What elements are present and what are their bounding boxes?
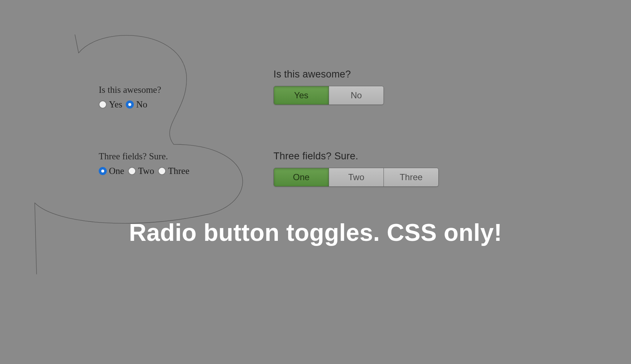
toggle-option-two[interactable]: Two [329,168,383,186]
toggle-option-label: One [293,172,309,182]
toggle-option-one[interactable]: One [274,168,329,186]
group-label: Three fields? Sure. [273,151,439,162]
radio-icon [126,101,134,109]
radio-option-one[interactable]: One [99,166,124,176]
radio-option-label: Yes [109,99,122,110]
radio-icon [99,101,107,109]
toggle-buttons: Yes No [273,86,384,105]
native-radio-group-awesome: Is this awesome? Yes No [99,85,161,110]
radio-option-yes[interactable]: Yes [99,99,122,110]
group-label: Is this awesome? [273,69,384,80]
radio-option-label: One [109,166,124,176]
group-label: Is this awesome? [99,85,161,95]
radio-option-no[interactable]: No [126,99,147,110]
toggle-option-label: No [351,90,362,101]
radio-row: Yes No [99,99,161,110]
toggle-option-three[interactable]: Three [383,168,438,186]
toggle-group-awesome: Is this awesome? Yes No [273,69,384,105]
toggle-buttons: One Two Three [273,168,439,187]
toggle-option-yes[interactable]: Yes [274,86,329,105]
radio-icon [158,167,166,175]
radio-option-label: Three [168,166,189,176]
toggle-option-label: Two [348,172,364,182]
radio-option-two[interactable]: Two [128,166,154,176]
toggle-option-label: Yes [294,90,308,101]
toggle-group-three: Three fields? Sure. One Two Three [273,151,439,187]
radio-option-label: No [136,99,147,110]
native-radio-group-three: Three fields? Sure. One Two Three [99,151,189,176]
toggle-option-no[interactable]: No [329,86,383,105]
group-label: Three fields? Sure. [99,151,189,162]
radio-icon [99,167,107,175]
page-title: Radio button toggles. CSS only! [0,219,631,246]
radio-option-three[interactable]: Three [158,166,189,176]
stage: Is this awesome? Yes No Three fields? Su… [0,0,631,364]
radio-row: One Two Three [99,166,189,176]
toggle-option-label: Three [400,172,423,182]
radio-option-label: Two [138,166,154,176]
radio-icon [128,167,136,175]
